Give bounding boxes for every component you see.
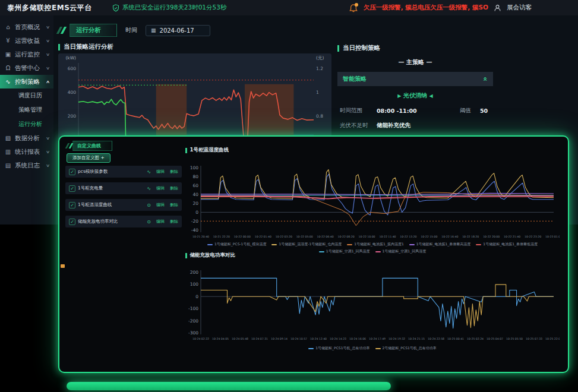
sidebar-item-syslog[interactable]: ▤ 系统日志 ∨ [0,159,53,172]
shield-icon [112,4,119,12]
legend-label: 1号储能柜_电池簇1_簇内温度1 [354,242,403,247]
delete-link[interactable]: 删除 [170,202,178,208]
sidebar-item-data-analysis[interactable]: ▧ 数据分析 ∨ [0,131,53,145]
legend-item[interactable]: 1号储能柜_PCS1号机_总有功功率 [308,346,369,351]
tab-custom-curves[interactable]: 自定义曲线 [72,141,112,151]
collapse-icon[interactable]: « [481,77,489,81]
data-analysis-icon: ▧ [4,135,12,141]
strategy-mode: ▶ 光伏消纳 ◀ [337,91,493,100]
legend-swatch [319,251,324,252]
date-picker[interactable]: ▦ 2024-06-17 [146,25,210,36]
title-bar-accent [185,253,187,258]
edit-link[interactable]: 编辑 [156,219,165,225]
chevron-up-icon: ∧ [46,80,50,84]
chevron-down-icon: ∨ [46,66,50,71]
legend-swatch [409,244,415,245]
legend-item[interactable]: 2号储能柜_PCS1号机_总有功功率 [375,346,437,351]
eye-icon[interactable]: ⊙ [147,219,151,225]
delete-link[interactable]: 删除 [170,219,178,225]
sidebar-item-report[interactable]: ▥ 统计报表 ∨ [0,145,53,159]
sidebar-item-label: 统计报表 [15,148,40,156]
home-icon: ⌂ [4,24,12,30]
svg-text:10-24 22:58: 10-24 22:58 [428,337,444,340]
svg-text:-20: -20 [191,219,198,224]
svg-text:10-25 00:41: 10-25 00:41 [447,337,464,340]
tab-decoration [58,27,65,34]
alert-ticker[interactable]: 欠压一级报警, 簇总电压欠压一级报警, 簇SO [364,4,488,12]
field-value: 储能补充优先 [377,122,460,129]
svg-text:10-22 11:40: 10-22 11:40 [379,235,396,238]
sidebar-item-revenue[interactable]: ¥ 运营收益 ∨ [0,34,53,48]
svg-text:10-22 06:40: 10-22 06:40 [317,235,334,238]
custom-curves-modal: 自定义曲线 添加自定义图 + ✓ pcs模块簇参数 ∿ 编辑 删除 ✓ 1号柜充… [58,135,569,373]
sidebar-item-label: 首页概况 [15,23,40,31]
delete-link[interactable]: 删除 [170,185,178,191]
delete-link[interactable]: 删除 [170,169,178,175]
svg-text:10-24 12:40: 10-24 12:40 [310,337,327,340]
checkbox-icon[interactable]: ✓ [69,219,75,225]
curve-name: 1号柜充电量 [78,185,144,191]
legend-item[interactable]: 1号储能柜_空调1_回风温度 [319,249,370,254]
sidebar-sub-run-analysis[interactable]: 运行分析 [0,117,53,131]
legend-item[interactable]: 1号储能柜_电池簇1_单体最高温度 [409,242,471,247]
sidebar-item-strategy[interactable]: ∿ 控制策略 ∧ [0,75,53,88]
svg-text:(kW): (kW) [65,55,76,61]
user-icon [494,4,501,12]
title-bar-accent [185,148,187,153]
svg-text:10-24 02:22: 10-24 02:22 [192,337,209,340]
alert-bell-icon[interactable] [349,4,358,12]
svg-text:10-24 04:05: 10-24 04:05 [212,337,229,340]
legend-swatch [375,348,381,349]
power-chart-legend: 1号储能柜_PCS1号机_总有功功率2号储能柜_PCS1号机_总有功功率 [185,346,560,351]
svg-text:-200: -200 [188,318,198,324]
section-strategy-run: 当日策略运行分析 [58,43,113,51]
list-item[interactable]: ✓ 储能充放电功率对比 ⊙ 编辑 删除 [65,216,182,227]
curve-type-icon[interactable]: ∿ [147,169,151,175]
legend-item[interactable]: 1号储能柜_空调1_回风湿度 [375,249,427,254]
legend-item[interactable]: 1号储能柜_温湿度-1号储能柜_仓内温度 [271,242,342,247]
svg-text:10-23 01:00: 10-23 01:00 [545,235,560,238]
legend-item[interactable]: 1号储能柜_电池簇1_簇内温度1 [347,242,403,247]
sidebar-item-alarm[interactable]: Ω 告警中心 ∨ [0,61,53,75]
svg-text:600: 600 [68,66,77,71]
title-bar-accent [337,45,339,52]
tab-run-analysis[interactable]: 运行分析 [70,24,117,37]
strategy-row: 光伏不足时 储能补充优先 [337,122,493,129]
svg-text:(元): (元) [316,55,324,61]
svg-text:0: 0 [195,294,198,299]
smart-strategy-header[interactable]: 智能策略 « [337,72,493,86]
checkbox-icon[interactable]: ✓ [69,169,75,175]
chevron-down-icon: ∨ [46,25,50,30]
list-item[interactable]: ✓ pcs模块簇参数 ∿ 编辑 删除 [65,166,182,178]
checkbox-icon[interactable]: ✓ [69,202,75,208]
sidebar-item-monitor[interactable]: ▣ 运行监控 ∨ [0,48,53,61]
username[interactable]: 展会访客 [507,4,532,12]
svg-text:-100: -100 [188,306,198,311]
power-compare-chart: 2001000-100-200-30010-24 02:2210-24 04:0… [185,265,560,342]
sidebar-sub-schedule-calendar[interactable]: 调度日历 [0,88,53,103]
field-value: 50 [480,108,491,114]
chevron-down-icon: ∨ [46,136,50,141]
sidebar-sub-strategy-manage[interactable]: 策略管理 [0,103,53,117]
edit-link[interactable]: 编辑 [156,169,165,175]
edit-link[interactable]: 编辑 [156,202,165,208]
curve-name: 1号柜温湿度曲线 [78,202,144,208]
sidebar-item-home[interactable]: ⌂ 首页概况 ∨ [0,20,53,34]
eye-icon[interactable]: ⊙ [147,203,151,208]
svg-text:80: 80 [192,174,198,179]
sidebar-item-label: 控制策略 [15,78,40,86]
legend-swatch [375,251,381,252]
legend-item[interactable]: 1号储能柜_PCS-1号机_模块温度 [207,242,266,247]
list-item[interactable]: ✓ 1号柜温湿度曲线 ⊙ 编辑 删除 [65,199,182,211]
curve-name: pcs模块簇参数 [78,169,144,175]
legend-item[interactable]: 1号储能柜_电池簇1_单体最低温度 [476,242,538,247]
chevron-down-icon: ∨ [46,39,50,43]
edit-link[interactable]: 编辑 [156,185,165,191]
svg-text:200: 200 [68,113,77,119]
legend-label: 1号储能柜_温湿度-1号储能柜_仓内温度 [279,242,342,247]
list-item[interactable]: ✓ 1号柜充电量 ∿ 编辑 删除 [65,182,182,194]
time-label: 时间 [125,26,137,34]
add-custom-chart-button[interactable]: 添加自定义图 + [67,153,110,163]
curve-type-icon[interactable]: ∿ [147,186,151,191]
checkbox-icon[interactable]: ✓ [69,185,75,192]
